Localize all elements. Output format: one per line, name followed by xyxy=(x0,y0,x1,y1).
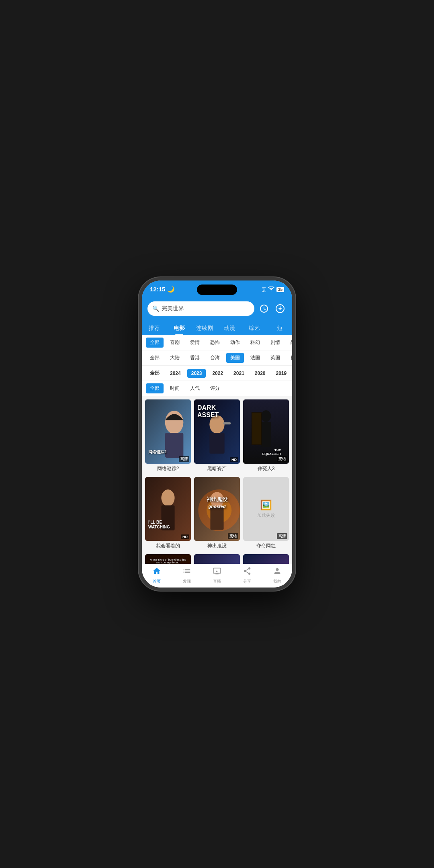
year-all[interactable]: 全部 xyxy=(146,368,164,378)
svg-rect-24 xyxy=(194,554,240,564)
year-2024[interactable]: 2024 xyxy=(166,369,185,378)
movie-item-7[interactable]: A true story of boundless liesand courag… xyxy=(145,554,191,564)
tab-mine[interactable]: 我的 xyxy=(262,567,292,584)
phone-inner: 12:15 🌙 ⅀ 35 🔍 xyxy=(142,280,292,588)
movie-item-8[interactable]: ASSASSIN ASSASSIN xyxy=(194,554,240,564)
tab-live[interactable]: 直播 xyxy=(202,567,232,584)
notch xyxy=(197,285,237,295)
tab-series[interactable]: 连续剧 xyxy=(192,322,217,335)
tab-mine-label: 我的 xyxy=(273,579,281,584)
live-icon xyxy=(213,567,221,577)
region-tw[interactable]: 台湾 xyxy=(206,353,224,363)
search-icon: 🔍 xyxy=(152,305,159,312)
search-box[interactable]: 🔍 完美世界 xyxy=(147,301,254,316)
movie-item-5[interactable]: 神出鬼没ghosted 完结 神出鬼没 xyxy=(194,477,240,551)
movie-5-badge: 完结 xyxy=(228,533,238,539)
region-jp[interactable]: 日本 xyxy=(287,353,292,363)
svg-text:DARE TO BELIEVE: DARE TO BELIEVE xyxy=(249,563,283,564)
region-fr[interactable]: 法国 xyxy=(246,353,264,363)
movie-5-overlay: 神出鬼没ghosted xyxy=(207,496,227,509)
history-button[interactable] xyxy=(258,302,270,315)
movie-4-badge: HD xyxy=(181,534,189,539)
download-button[interactable] xyxy=(274,302,287,315)
home-icon xyxy=(152,567,161,577)
sort-rating[interactable]: 评分 xyxy=(206,383,224,393)
movie-poster-2: DARKASSET HD xyxy=(194,399,240,464)
tab-recommend[interactable]: 推荐 xyxy=(142,322,167,335)
movie-item-2[interactable]: DARKASSET HD 黑暗资产 xyxy=(194,399,240,474)
movie-poster-3: THEEQUALIZER 完结 xyxy=(243,399,289,464)
movie-1-overlay: 网络谜踪2 xyxy=(148,449,167,455)
year-2022[interactable]: 2022 xyxy=(208,369,227,378)
genre-drama[interactable]: 剧情 xyxy=(266,338,284,348)
genre-action[interactable]: 动作 xyxy=(226,338,244,348)
share-icon xyxy=(243,567,252,577)
movie-poster-7: A true story of boundless liesand courag… xyxy=(145,554,191,564)
svg-rect-12 xyxy=(252,413,261,444)
genre-war[interactable]: 战争 xyxy=(287,338,292,348)
genre-romance[interactable]: 爱情 xyxy=(186,338,204,348)
region-hk[interactable]: 香港 xyxy=(186,353,204,363)
load-fail-icon: 🖼️ xyxy=(260,500,272,511)
search-row: 🔍 完美世界 xyxy=(147,301,287,316)
region-us[interactable]: 美国 xyxy=(226,353,244,363)
movie-7-subtitle: A true story of boundless liesand courag… xyxy=(150,558,186,564)
movie-item-1[interactable]: 网络谜踪2 高清 网络谜踪2 xyxy=(145,399,191,474)
genre-horror[interactable]: 恐怖 xyxy=(206,338,224,348)
genre-comedy[interactable]: 喜剧 xyxy=(166,338,184,348)
movie-6-badge: 高清 xyxy=(277,533,287,539)
phone-frame: 12:15 🌙 ⅀ 35 🔍 xyxy=(139,277,295,591)
sort-popular[interactable]: 人气 xyxy=(186,383,204,393)
year-2023[interactable]: 2023 xyxy=(187,369,206,378)
movie-2-title-overlay: DARKASSET xyxy=(197,404,219,418)
svg-rect-7 xyxy=(223,422,231,424)
svg-rect-20 xyxy=(210,507,223,530)
tab-variety[interactable]: 综艺 xyxy=(242,322,267,335)
tab-live-label: 直播 xyxy=(213,579,221,584)
region-uk[interactable]: 英国 xyxy=(266,353,284,363)
movie-1-badge: 高清 xyxy=(179,456,189,462)
load-fail-indicator: 🖼️ 加载失败 xyxy=(257,500,275,518)
tab-discover[interactable]: 发现 xyxy=(172,567,202,584)
tab-short[interactable]: 短 xyxy=(267,322,292,335)
svg-rect-3 xyxy=(165,433,184,458)
genre-all[interactable]: 全部 xyxy=(146,338,164,348)
tab-home-label: 首页 xyxy=(153,579,161,584)
content-area: 网络谜踪2 高清 网络谜踪2 xyxy=(142,396,292,564)
genre-scifi[interactable]: 科幻 xyxy=(246,338,264,348)
movie-poster-8: ASSASSIN xyxy=(194,554,240,564)
movie-6-title: 夺命网红 xyxy=(243,541,289,551)
movie-item-3[interactable]: THEEQUALIZER 完结 伸冤人3 xyxy=(243,399,289,474)
header: 🔍 完美世界 xyxy=(142,298,292,321)
tab-share[interactable]: 分享 xyxy=(232,567,262,584)
region-mainland[interactable]: 大陆 xyxy=(166,353,184,363)
movie-item-4[interactable]: I'LL BEWATCHING HD 我会看着的 xyxy=(145,477,191,551)
movie-poster-6: 🖼️ 加载失败 高清 xyxy=(243,477,289,541)
year-2020[interactable]: 2020 xyxy=(251,369,270,378)
svg-rect-6 xyxy=(209,433,224,454)
movie-item-6[interactable]: 🖼️ 加载失败 高清 夺命网红 xyxy=(243,477,289,551)
genre-filter-row: 全部 喜剧 爱情 恐怖 动作 科幻 剧情 战争 xyxy=(142,335,292,350)
movie-poster-1: 网络谜踪2 高清 xyxy=(145,399,191,464)
year-2019[interactable]: 2019 xyxy=(272,369,291,378)
tab-home[interactable]: 首页 xyxy=(142,567,172,584)
movie-2-title: 黑暗资产 xyxy=(194,464,240,474)
search-value: 完美世界 xyxy=(162,305,184,312)
user-icon xyxy=(273,567,282,577)
svg-point-9 xyxy=(261,410,271,422)
year-2021[interactable]: 2021 xyxy=(229,369,248,378)
tab-anime[interactable]: 动漫 xyxy=(217,322,242,335)
bottom-tab-bar: 首页 发现 直播 xyxy=(142,564,292,588)
svg-rect-27 xyxy=(243,554,289,564)
svg-point-14 xyxy=(161,489,174,506)
sort-time[interactable]: 时间 xyxy=(166,383,184,393)
discover-icon xyxy=(182,567,191,577)
wifi-icon xyxy=(268,287,274,293)
sort-all[interactable]: 全部 xyxy=(146,383,164,393)
movie-item-9[interactable]: DARE TO BELIEVE Dare to Believe xyxy=(243,554,289,564)
region-all[interactable]: 全部 xyxy=(146,353,164,363)
region-filter-row: 全部 大陆 香港 台湾 美国 法国 英国 日本 xyxy=(142,350,292,366)
tab-movie[interactable]: 电影 xyxy=(167,322,192,335)
movie-grid: 网络谜踪2 高清 网络谜踪2 xyxy=(145,399,289,564)
status-time: 12:15 🌙 xyxy=(150,286,175,293)
